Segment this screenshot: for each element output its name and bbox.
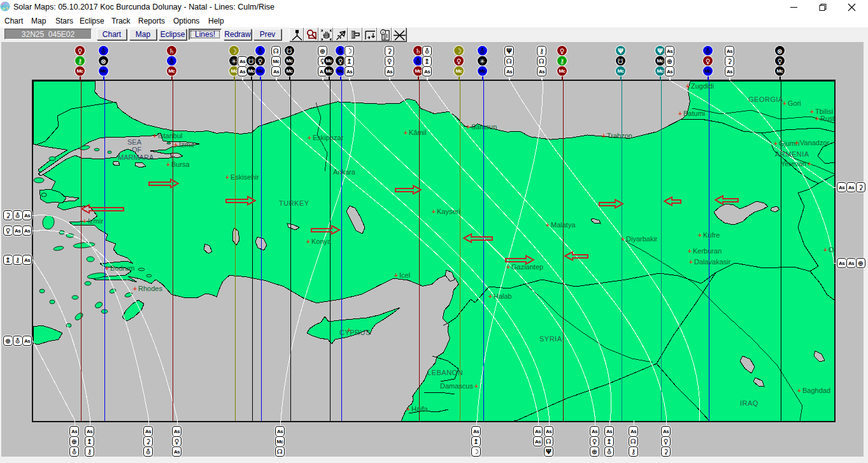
lines-button[interactable]: Lines! (189, 29, 222, 40)
city-name: Izmit (179, 141, 194, 148)
city-name: Bodrum (110, 264, 135, 272)
city-marker: + (488, 293, 492, 300)
city-name: Dalavakasir (694, 258, 731, 266)
line-badge-midheaven: Mc (167, 66, 176, 76)
line-badge-ascendant: As (345, 66, 354, 76)
city-marker: + (678, 110, 682, 117)
line-badge-moon: ☽ (345, 46, 354, 56)
line-badge-pluto: ♀ (172, 436, 181, 446)
line-badge-pluto: ♀ (775, 56, 785, 66)
city-name: Kâmil (409, 129, 427, 136)
crossed-lines-icon-button[interactable] (392, 27, 406, 41)
country-label: ARMENIA (775, 150, 809, 158)
menu-stars[interactable]: Stars (55, 17, 73, 25)
line-badge-ascendant: As (537, 66, 546, 76)
city-name: Rustavi (820, 115, 834, 122)
plane-track-icon-button[interactable] (333, 27, 348, 41)
city-marker: + (621, 236, 625, 243)
pan-hand-icon (319, 28, 334, 42)
line-badge-ascendant: As (846, 182, 856, 192)
line-badge-ascendant: As (22, 336, 32, 346)
minimize-icon (779, 0, 808, 14)
line-badge-part-of-fortune: ⊗ (775, 46, 785, 55)
map-canvas[interactable]: +Istanbul+Izmit+Bursa+Eskisehir+Eskipaza… (32, 80, 836, 422)
eclipse-button[interactable]: Eclipse (159, 29, 187, 40)
island (138, 268, 145, 271)
line-badge-midheaven: Mc (775, 66, 785, 76)
city-marker: + (406, 406, 410, 413)
line-badge-ascendant: As (846, 258, 856, 268)
sea-label: MARMARA (118, 153, 154, 161)
line-stub (609, 420, 610, 426)
line-badge-uranus: ⛢ (143, 446, 153, 457)
line-badge-ceres: ⚳ (143, 436, 153, 446)
line-badge-part-of-fortune-alt: ⊕ (69, 436, 79, 446)
line-badge-uranus: ⛢ (167, 56, 176, 66)
line-badge-ascendant: As (837, 182, 846, 192)
city-marker: + (546, 222, 550, 229)
line-badge-saturn: ♄ (413, 46, 423, 55)
paint-roller-icon-button[interactable] (348, 27, 362, 41)
line-badge-ascendant: As (533, 426, 543, 436)
island (167, 143, 171, 144)
line-badge-part-of-fortune-alt: ⊕ (3, 336, 13, 346)
move-point-icon-button[interactable] (362, 27, 377, 41)
line-badge-ascendant: As (471, 426, 481, 436)
line-badge-north-node: ☊ (271, 46, 281, 56)
status-bar (0, 457, 868, 463)
line-badge-ascendant: As (533, 436, 543, 446)
zoom-select-icon-button[interactable] (304, 27, 318, 41)
window-title: Solar Maps: 05.10.2017 Koc Burcunda Dolu… (13, 3, 274, 11)
toolbar: 32N25 045E02 ChartMapEclipseLines!Redraw… (0, 27, 868, 42)
line-badge-ascendant: As (725, 46, 734, 56)
minimize-button[interactable] (779, 0, 808, 14)
report-info-icon-button[interactable] (377, 27, 392, 41)
city-label-bursa: +Bursa (166, 160, 190, 168)
title-bar[interactable]: Solar Maps: 05.10.2017 Koc Burcunda Dolu… (0, 0, 868, 14)
line-stub (177, 420, 178, 426)
line-badge-uranus: ⛢ (13, 210, 22, 220)
line-badge-ascendant: As (22, 225, 32, 236)
menu-options[interactable]: Options (173, 17, 199, 25)
city-label-baghdad: +Baghdad (797, 387, 830, 394)
line-badge-ascendant: As (22, 255, 32, 265)
restore-button[interactable] (808, 0, 837, 14)
chart-button[interactable]: Chart (97, 29, 127, 40)
city-name: Diyarbakir (626, 235, 658, 243)
city-label-trabzon: +Trabzon (602, 132, 632, 139)
line-badge-uranus: ⛢ (422, 46, 432, 56)
menu-help[interactable]: Help (208, 17, 224, 25)
city-marker: + (602, 132, 606, 139)
pointer-tool-icon-button[interactable] (289, 27, 304, 41)
line-badge-vesta: ↥ (604, 436, 614, 446)
city-name: Batumi (683, 110, 705, 117)
line-badge-ascendant: As (238, 56, 247, 66)
line-badge-neptune: Ψ (504, 46, 514, 56)
line-badge-part-of-fortune-alt: ⊕ (856, 258, 865, 268)
menu-map[interactable]: Map (31, 17, 46, 25)
menu-eclipse[interactable]: Eclipse (80, 17, 104, 25)
line-badge-ascendant: As (544, 426, 553, 436)
move-point-icon (363, 28, 378, 42)
line-badge-midheaven: Mc (655, 66, 665, 76)
pan-hand-icon-button[interactable] (318, 27, 333, 41)
city-label-ankara: Ankara (333, 168, 356, 176)
map-button[interactable]: Map (129, 29, 157, 40)
line-badge-south-node: ☋ (616, 56, 625, 66)
menu-chart[interactable]: Chart (4, 17, 23, 25)
menu-reports[interactable]: Reports (138, 17, 165, 25)
prev-button[interactable]: Prev (253, 29, 281, 40)
close-icon (837, 0, 866, 14)
city-name: Kayseri (437, 208, 460, 215)
line-badge-north-node: ☊ (537, 56, 546, 66)
line-badge-chiron: ⚷ (75, 56, 85, 66)
line-badge-midheaven: Mc (324, 56, 334, 66)
line-badge-pluto: ♀ (454, 56, 464, 66)
line-badge-midheaven: Mc (703, 66, 713, 76)
menu-track[interactable]: Track (111, 17, 131, 25)
line-badge-chiron: ⚷ (537, 46, 546, 56)
redraw-button[interactable]: Redraw (224, 29, 252, 40)
close-button[interactable] (837, 0, 866, 14)
city-name: Damascus (440, 382, 473, 390)
city-name: Zugdidi (691, 82, 714, 90)
